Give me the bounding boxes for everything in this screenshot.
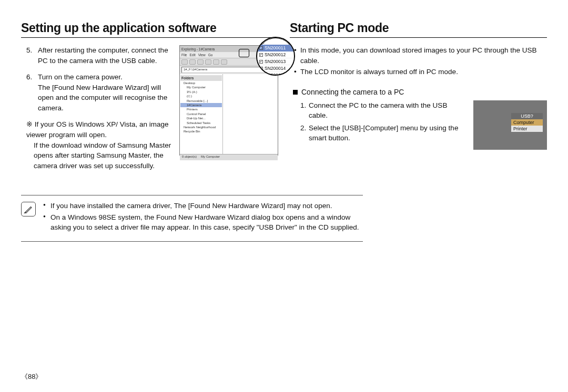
toolbar-back-icon [181,59,188,65]
tree-item: Desktop [180,81,222,85]
right-bullet-2: The LCD monitor is always turned off in … [294,67,547,77]
right-step-1: 1.Connect the PC to the camera with the … [300,100,467,121]
lcd-menu-item-computer: Computer [511,119,543,126]
note-item-1: If you have installed the camera driver,… [43,201,363,211]
tree-item: Scheduled Tasks [180,121,222,125]
os-note: ※ If your OS is Windows XP/ Vista, an im… [26,119,174,171]
mag-item-4-label: SN200014 [265,66,286,71]
page-number: 《88》 [21,372,42,381]
note-icon [21,202,36,216]
right-step-1-num: 1. [300,100,306,111]
toolbar-paste-icon [221,59,227,65]
subsection-heading: Connecting the camera to a PC [293,88,547,96]
status-left: 0 object(s) [182,155,197,160]
left-column: Setting up the application software 5. A… [21,21,278,242]
mag-item-3-label: SN200013 [265,59,286,64]
step-6-number: 6. [26,72,32,82]
right-bullet-1: In this mode, you can download stored im… [294,45,547,66]
explorer-statusbar: 0 object(s) My Computer [180,154,278,160]
lcd-menu-item-printer: Printer [511,126,543,132]
toolbar-fwd-icon [189,59,196,65]
window-button-mini: × [259,39,264,44]
right-step-2-text: Select the [USB]-[Computer] menu by usin… [309,124,458,142]
manual-page: Setting up the application software 5. A… [0,0,568,392]
right-bullets: In this mode, you can download stored im… [290,45,547,77]
right-step-1-text: Connect the PC to the camera with the US… [309,101,447,120]
tree-header: Folders [180,75,222,81]
step-5-number: 5. [26,45,32,56]
menu-edit: Edit [189,53,195,57]
explorer-title: Exploring - 1#Camera [181,47,215,51]
note-item-2: On a Windows 98SE system, the Found New … [43,212,363,233]
left-content-row: 5. After restarting the computer, connec… [21,45,278,171]
mag-item-1: SN200011 [257,45,294,51]
left-text-block: 5. After restarting the computer, connec… [21,45,174,171]
lcd-menu: USB? Computer Printer [511,113,543,132]
toolbar-up-icon [197,59,204,65]
mag-item-2: SN200012 [257,51,294,58]
magnifier-reticle [239,49,249,57]
toolbar-copy-icon [213,59,219,65]
tree-item: Printers [180,107,222,111]
note-list: If you have installed the camera driver,… [43,201,363,234]
right-section-title: Starting PC mode [290,21,547,38]
tree-item: Network Neighborhood [180,125,222,129]
left-section-title: Setting up the application software [21,21,278,38]
mag-item-4: SN200014 [257,65,294,72]
square-bullet-icon [293,90,298,95]
tree-item: Recycle Bin [180,129,222,133]
step-5: 5. After restarting the computer, connec… [38,45,174,66]
tree-item: Control Panel [180,112,222,116]
menu-go: Go [208,53,213,57]
two-column-layout: Setting up the application software 5. A… [21,21,547,242]
mag-item-3: SN200013 [257,58,294,65]
tree-item: Dial-Up Net... [180,116,222,120]
menu-view: View [198,53,206,57]
explorer-content-pane [223,74,278,154]
subsection-label: Connecting the camera to a PC [301,88,404,96]
tree-item: (C:) [180,94,222,98]
status-right: My Computer [201,155,220,160]
mag-item-2-label: SN200012 [265,52,286,57]
magnifier-callout: × SN200011 SN200012 SN200013 SN200014 SN… [256,37,295,76]
lcd-menu-header: USB? [511,113,543,119]
right-steps: 1.Connect the PC to the camera with the … [300,100,467,146]
toolbar-cut-icon [205,59,211,65]
tree-item-selected: 1#Camera [180,103,222,107]
mag-item-1-label: SN200011 [265,45,286,50]
menu-file: File [181,53,187,57]
step-5-text: After restarting the computer, connect t… [38,46,168,65]
right-step-2: 2.Select the [USB]-[Computer] menu by us… [300,123,467,143]
step-list: 5. After restarting the computer, connec… [26,45,174,113]
explorer-screenshot: × SN200011 SN200012 SN200013 SN200014 SN… [179,45,278,156]
os-note-line2: If the download window of Samsung Master… [26,140,174,171]
right-step-2-num: 2. [300,123,306,133]
right-content-row: 1.Connect the PC to the camera with the … [290,100,547,150]
tree-item: Removable [...] [180,99,222,103]
tree-item: My Computer [180,85,222,89]
camera-lcd-mock: USB? Computer Printer [473,100,547,150]
step-6: 6. Turn on the camera power. The [Found … [38,72,174,113]
os-note-line1: If your OS is Windows XP/ Vista, an imag… [26,120,169,139]
os-note-marker: ※ [26,120,33,128]
explorer-tree: Folders Desktop My Computer 3½ (A:) (C:)… [180,74,223,154]
explorer-body: Folders Desktop My Computer 3½ (A:) (C:)… [180,74,278,154]
right-step-list: 1.Connect the PC to the camera with the … [300,100,467,143]
step-6-line2: The [Found New Hardware Wizard] will ope… [38,82,174,114]
tree-item: 3½ (A:) [180,90,222,94]
step-6-line1: Turn on the camera power. [38,72,174,82]
